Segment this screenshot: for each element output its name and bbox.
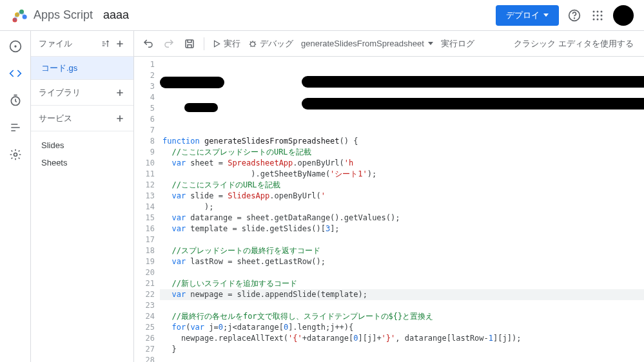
redo-icon[interactable]: [162, 37, 175, 50]
help-icon[interactable]: [567, 8, 582, 23]
redaction: [611, 76, 644, 85]
svg-point-6: [593, 10, 595, 12]
code-editor[interactable]: 1234567891011121314151617181920212223242…: [134, 57, 644, 362]
service-item-sheets[interactable]: Sheets: [31, 154, 133, 171]
project-name[interactable]: aaaa: [103, 8, 129, 22]
redaction: [302, 76, 644, 88]
svg-rect-19: [186, 40, 193, 48]
logo[interactable]: Apps Script: [10, 6, 93, 24]
svg-point-5: [574, 17, 575, 18]
add-library-icon[interactable]: [114, 87, 126, 99]
toolbar: 実行 デバッグ generateSlidesFromSpreadsheet 実行…: [134, 31, 644, 57]
svg-point-20: [251, 42, 255, 46]
debug-button[interactable]: デバッグ: [248, 38, 293, 50]
redaction: [160, 77, 224, 88]
function-selector[interactable]: generateSlidesFromSpreadsheet: [301, 39, 433, 48]
redaction: [302, 98, 644, 110]
svg-point-12: [593, 18, 595, 20]
svg-point-18: [14, 153, 17, 157]
service-list: Slides Sheets: [31, 131, 133, 176]
add-file-icon[interactable]: [114, 38, 126, 50]
editor-icon[interactable]: [8, 66, 23, 81]
add-service-icon[interactable]: [114, 113, 126, 124]
app-name: Apps Script: [34, 8, 93, 22]
account-avatar[interactable]: [613, 5, 634, 26]
svg-point-10: [597, 14, 599, 16]
header: Apps Script aaaa デプロイ: [0, 0, 644, 31]
triggers-icon[interactable]: [8, 93, 23, 108]
svg-point-13: [597, 18, 599, 20]
service-section-header: サービス: [31, 106, 133, 131]
redaction: [184, 103, 218, 112]
svg-point-8: [601, 10, 603, 12]
line-gutter: 1234567891011121314151617181920212223242…: [134, 57, 160, 362]
overview-icon[interactable]: [8, 39, 23, 54]
file-item-code[interactable]: コード.gs: [31, 57, 133, 80]
bug-icon: [248, 39, 257, 48]
undo-icon[interactable]: [142, 37, 155, 50]
main: 実行 デバッグ generateSlidesFromSpreadsheet 実行…: [134, 31, 644, 362]
svg-point-11: [601, 14, 603, 16]
service-item-slides[interactable]: Slides: [31, 137, 133, 154]
sort-icon[interactable]: [100, 38, 112, 50]
classic-editor-link[interactable]: クラシック エディタを使用する: [514, 38, 636, 50]
library-section-header: ライブラリ: [31, 80, 133, 106]
file-section-header: ファイル: [31, 31, 133, 57]
apps-script-logo-icon: [10, 6, 28, 24]
apps-grid-icon[interactable]: [590, 8, 605, 23]
code-area[interactable]: function generateSlidesFromSpreadsheet()…: [160, 57, 644, 362]
sidebar: ファイル コード.gs ライブラリ サービス Slides Sheets: [31, 31, 134, 362]
save-icon[interactable]: [183, 37, 196, 50]
executions-icon[interactable]: [8, 120, 23, 135]
play-icon: [212, 39, 221, 48]
run-button[interactable]: 実行: [212, 38, 240, 50]
svg-point-7: [597, 10, 599, 12]
execution-log-button[interactable]: 実行ログ: [441, 38, 474, 50]
deploy-button[interactable]: デプロイ: [496, 5, 559, 26]
left-rail: [0, 31, 31, 362]
svg-point-16: [15, 46, 16, 47]
settings-icon[interactable]: [8, 147, 23, 162]
svg-point-14: [601, 18, 603, 20]
svg-point-9: [593, 14, 595, 16]
